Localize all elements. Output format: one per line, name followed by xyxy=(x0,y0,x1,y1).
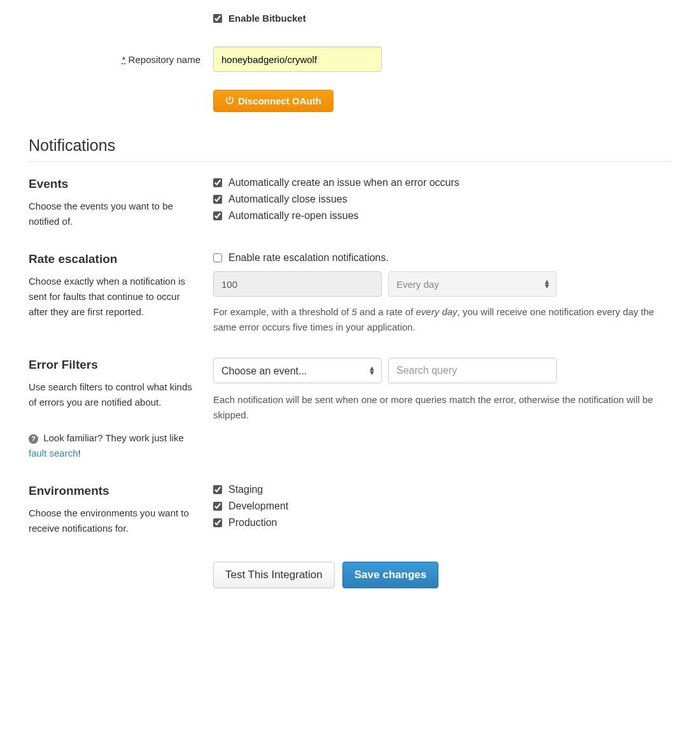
disconnect-oauth-label: Disconnect OAuth xyxy=(238,96,321,106)
question-icon: ? xyxy=(29,434,38,444)
filters-desc: Use search filters to control what kinds… xyxy=(29,380,194,410)
env-production-label: Production xyxy=(228,517,277,529)
env-development-label: Development xyxy=(228,500,288,512)
filter-event-wrap: Choose an event... ▲▼ xyxy=(213,358,382,383)
events-desc: Choose the events you want to be notifie… xyxy=(29,199,194,229)
filter-event-select[interactable]: Choose an event... xyxy=(213,358,382,383)
repo-name-input[interactable] xyxy=(213,46,382,72)
filters-helptext: Each notification will be sent when one … xyxy=(213,392,671,423)
event-close-label: Automatically close issues xyxy=(228,194,347,205)
rate-enable-checkbox[interactable] xyxy=(213,253,222,262)
rate-desc: Choose exactly when a notification is se… xyxy=(29,274,194,320)
environments-desc: Choose the environments you want to rece… xyxy=(29,506,194,536)
fault-search-link[interactable]: fault search xyxy=(29,448,78,458)
env-development-checkbox[interactable] xyxy=(213,502,222,511)
disconnect-oauth-button[interactable]: Disconnect OAuth xyxy=(213,90,333,112)
environments-heading: Environments xyxy=(29,484,194,498)
rate-threshold-input[interactable] xyxy=(213,271,382,297)
rate-frequency-select[interactable]: Every day xyxy=(388,271,557,297)
filters-heading: Error Filters xyxy=(29,358,194,372)
rate-enable-label: Enable rate escalation notifications. xyxy=(228,252,389,264)
event-reopen-label: Automatically re-open issues xyxy=(228,210,359,222)
required-mark: * xyxy=(122,54,126,65)
event-create-label: Automatically create an issue when an er… xyxy=(228,177,459,188)
event-close-checkbox[interactable] xyxy=(213,195,222,204)
notifications-heading: Notifications xyxy=(29,136,671,162)
rate-heading: Rate escalation xyxy=(29,252,194,266)
filter-query-input[interactable] xyxy=(388,358,557,383)
repo-name-label-wrap: * Repository name xyxy=(29,54,213,65)
save-changes-button[interactable]: Save changes xyxy=(342,562,438,588)
event-create-checkbox[interactable] xyxy=(213,178,222,187)
rate-helptext: For example, with a threshold of 5 and a… xyxy=(213,304,671,335)
event-reopen-checkbox[interactable] xyxy=(213,211,222,220)
env-staging-label: Staging xyxy=(228,484,263,495)
env-production-checkbox[interactable] xyxy=(213,518,222,527)
repo-name-label: Repository name xyxy=(129,54,200,65)
env-staging-checkbox[interactable] xyxy=(213,485,222,494)
rate-frequency-wrap: Every day ▲▼ xyxy=(388,271,557,297)
power-icon xyxy=(225,96,234,106)
events-heading: Events xyxy=(29,177,194,191)
enable-bitbucket-label: Enable Bitbucket xyxy=(228,13,306,24)
test-integration-button[interactable]: Test This Integration xyxy=(213,562,335,588)
enable-bitbucket-checkbox[interactable] xyxy=(213,14,222,23)
filters-hint: ? Look familiar? They work just like fau… xyxy=(29,430,194,461)
